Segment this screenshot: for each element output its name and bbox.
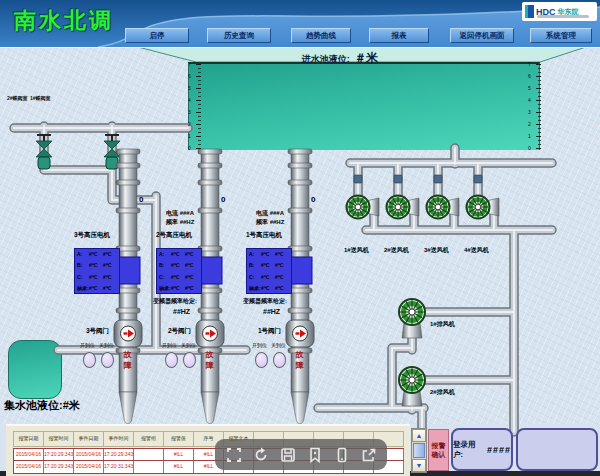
ruler-tick [536, 124, 541, 125]
temp-row-label: B: [159, 262, 171, 268]
ruler-minor-tick [198, 128, 201, 129]
temp-row-label: C: [249, 274, 261, 280]
intake-valve-1-label: 1#蝶阀室 [30, 95, 51, 101]
ruler-minor-tick [198, 108, 201, 109]
intake-valve-2[interactable] [36, 135, 52, 169]
temp-row: B:#℃#℃ [159, 262, 199, 268]
alarm-scrollbar[interactable]: ▲ ▼ [411, 428, 427, 473]
temp-row-label: B: [77, 262, 89, 268]
nav-system-manage[interactable]: 系统管理 [530, 28, 592, 43]
alarm-header-cell: 报警时间 [44, 432, 74, 446]
tank-level-label: 进水池液位: ＃米 [200, 48, 480, 67]
tank-ruler-right: 76543210 [525, 62, 542, 150]
exhaust-fan-1[interactable] [399, 299, 425, 338]
ruler-tick [196, 76, 201, 77]
alarm-cell: #ILL [164, 461, 194, 473]
valve3-open-light [83, 352, 96, 368]
temp-row-label: C: [77, 274, 89, 280]
pump1-current-freq: 电流 ###A频率 ##HZ [256, 209, 284, 227]
ruler-label: 3 [188, 110, 191, 115]
ruler-minor-tick [198, 80, 201, 81]
scroll-thumb[interactable] [413, 443, 425, 458]
tank-level-text: 进水池液位: [302, 54, 350, 64]
ruler-tick [196, 112, 201, 113]
nav-trend-curve[interactable]: 趋势曲线 [291, 28, 351, 43]
ruler-label: 6 [188, 74, 191, 79]
temp-row: 轴承:#℃#℃ [159, 285, 199, 291]
ruler-label: 0 [188, 146, 191, 151]
pump1-vfd-label: 变频器频率给定: [243, 297, 287, 306]
pump3-temp-box[interactable]: A:#℃#℃B:#℃#℃C:#℃#℃轴承:#℃#℃ [74, 248, 120, 294]
temp-row: 轴承:#℃#℃ [249, 285, 289, 291]
share-icon[interactable] [361, 447, 377, 463]
tank-ruler-left: 76543210 [187, 62, 202, 150]
ruler-tick [196, 136, 201, 137]
device-icon[interactable] [334, 447, 350, 463]
temp-value: #℃ [171, 285, 185, 291]
supply-fan-3[interactable] [427, 196, 460, 219]
nav-start-stop[interactable]: 启停 [125, 28, 189, 43]
ruler-minor-tick [538, 96, 541, 97]
alarm-cell [134, 461, 164, 473]
pump1-temp-box[interactable]: A:#℃#℃B:#℃#℃C:#℃#℃轴承:#℃#℃ [246, 248, 292, 294]
pump2-vfd-label: 变频器频率给定: [153, 297, 197, 306]
temp-row-label: 轴承: [159, 285, 171, 291]
ruler-tick [536, 136, 541, 137]
supply-fan-1[interactable] [347, 196, 380, 219]
ruler-minor-tick [538, 144, 541, 145]
supply-fan-3-label: 3#送风机 [424, 246, 449, 255]
supply-fan-4[interactable] [467, 196, 500, 219]
rotate-icon[interactable] [253, 447, 269, 463]
nav-report[interactable]: 报表 [369, 28, 429, 43]
alarm-cell: 17:20:31.343 [104, 461, 134, 473]
bookmark-icon[interactable] [307, 447, 323, 463]
ruler-tick [196, 64, 201, 65]
sump-level-label: 集水池液位:#米 [4, 398, 80, 413]
ruler-tick [536, 112, 541, 113]
alarm-cell: 2015/04/16 [14, 461, 44, 473]
save-icon[interactable] [280, 447, 296, 463]
ruler-minor-tick [198, 72, 201, 73]
ruler-minor-tick [538, 80, 541, 81]
valve1-close-light [273, 352, 286, 368]
ruler-minor-tick [538, 132, 541, 133]
scroll-down-button[interactable]: ▼ [412, 459, 426, 472]
pump2-current-freq: 电流 ###A频率 ##HZ [166, 209, 194, 227]
temp-row-label: C: [159, 274, 171, 280]
exhaust-fan-2[interactable] [399, 367, 425, 406]
ruler-label: 6 [528, 74, 531, 79]
valve1-open-light [255, 352, 268, 368]
ruler-minor-tick [538, 104, 541, 105]
valve2-open-label: 开到位 [162, 342, 177, 348]
intake-valve-2-label: 2#蝶阀室 [7, 95, 28, 101]
supply-fan-2[interactable] [387, 196, 420, 219]
crop-frame-icon[interactable] [226, 447, 242, 463]
ruler-label: 5 [528, 86, 531, 91]
logo-subtext-bar [537, 15, 589, 18]
ruler-minor-tick [538, 128, 541, 129]
alarm-ack-button[interactable]: 报警确认 [428, 429, 449, 471]
scada-screen: 进水池液位: ＃米 76543210 76543210 集水池液位:#米 [0, 0, 600, 476]
ruler-label: 2 [528, 122, 531, 127]
login-label: 登录用户: [453, 440, 484, 460]
pump3-speed-value: 0 [139, 195, 143, 204]
pump2-temp-box[interactable]: A:#℃#℃B:#℃#℃C:#℃#℃轴承:#℃#℃ [156, 248, 202, 294]
temp-value: #℃ [261, 285, 275, 291]
temp-row: A:#℃#℃ [249, 251, 289, 257]
nav-history-query[interactable]: 历史查询 [207, 28, 271, 43]
temp-row-label: B: [249, 262, 261, 268]
pump1-vfd-value: ##HZ [263, 308, 280, 315]
temp-row: B:#℃#℃ [77, 262, 117, 268]
pump1-current: 电流 ###A [256, 210, 284, 216]
ruler-label: 5 [188, 86, 191, 91]
scroll-up-button[interactable]: ▲ [412, 429, 426, 442]
temp-value: #℃ [103, 274, 117, 280]
alarm-header-cell: 报警日期 [14, 432, 44, 446]
temp-row: A:#℃#℃ [159, 251, 199, 257]
valve2-label: 2号阀门 [168, 327, 191, 336]
ruler-tick [196, 148, 201, 149]
alarm-header-cell: 报警组 [134, 432, 164, 446]
nav-return-shutdown[interactable]: 返回停机画面 [450, 28, 514, 43]
ruler-minor-tick [198, 132, 201, 133]
alarm-header-cell: 事件日期 [74, 432, 104, 446]
